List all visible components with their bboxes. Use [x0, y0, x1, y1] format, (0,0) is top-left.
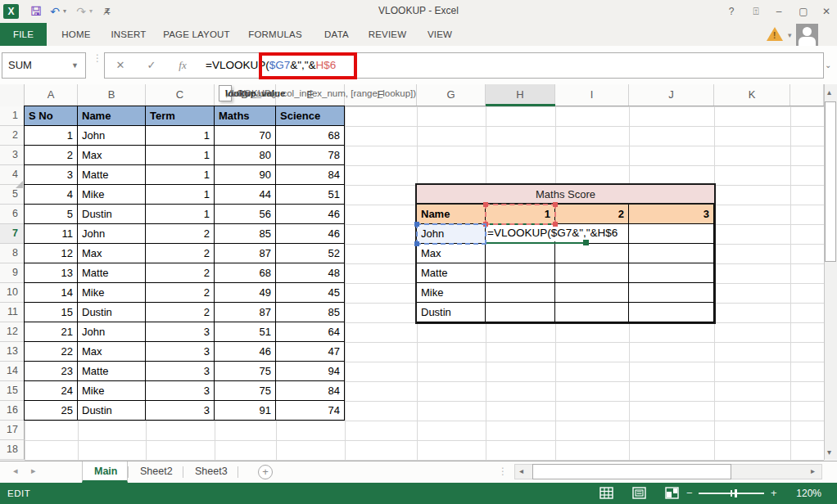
cell[interactable]: 1 [146, 185, 215, 205]
left-table-header[interactable]: S No [25, 106, 78, 126]
formula-bar-expand-icon[interactable]: ⌄ [825, 61, 831, 70]
row-header-2[interactable]: 2 [0, 126, 25, 146]
scroll-left-icon[interactable]: ◂ [519, 466, 523, 475]
avatar[interactable] [796, 24, 818, 46]
cell[interactable]: 1 [25, 126, 78, 146]
score-name-cell[interactable]: Matte [417, 263, 486, 283]
cell[interactable]: 47 [276, 342, 345, 362]
name-box[interactable]: SUM ▼ [2, 52, 86, 79]
undo-dropdown-icon[interactable]: ▾ [61, 2, 69, 20]
cell[interactable]: 87 [215, 244, 276, 263]
cell[interactable]: 1 [146, 205, 215, 224]
column-header-partial[interactable] [790, 84, 824, 106]
page-layout-view-icon[interactable] [632, 487, 646, 499]
score-table-header[interactable]: 2 [555, 205, 629, 224]
score-value-cell[interactable] [555, 244, 629, 263]
cell[interactable]: 23 [25, 362, 78, 381]
horizontal-scrollbar-thumb[interactable] [532, 464, 731, 479]
cell[interactable]: Max [78, 146, 146, 165]
warning-dropdown-icon[interactable]: ▾ [788, 31, 792, 39]
ribbon-tab-page-layout[interactable]: PAGE LAYOUT [161, 23, 232, 46]
cell[interactable]: 24 [25, 381, 78, 401]
maximize-icon[interactable]: ▢ [793, 3, 814, 20]
ribbon-tab-review[interactable]: REVIEW [365, 23, 409, 46]
zoom-out-icon[interactable]: − [686, 483, 693, 504]
cell[interactable]: 12 [25, 244, 78, 263]
cell[interactable]: 45 [276, 283, 345, 303]
cell[interactable]: 52 [276, 244, 345, 263]
cell[interactable]: 21 [25, 322, 78, 342]
cell[interactable]: 4 [25, 185, 78, 205]
cell[interactable]: 56 [215, 205, 276, 224]
ribbon-tab-insert[interactable]: INSERT [106, 23, 151, 46]
row-header-17[interactable]: 17 [0, 421, 25, 440]
cell[interactable]: 3 [146, 342, 215, 362]
score-table-header[interactable]: Name [417, 205, 486, 224]
cell[interactable]: 25 [25, 401, 78, 421]
row-header-13[interactable]: 13 [0, 342, 25, 362]
scroll-up-icon[interactable]: ▴ [827, 88, 831, 97]
score-value-cell[interactable] [486, 283, 555, 303]
editing-cell-formula[interactable]: =VLOOKUP($G7&","&H$6 [487, 225, 627, 241]
row-header-14[interactable]: 14 [0, 362, 25, 381]
sheet-tab-sheet2[interactable]: Sheet2 [129, 461, 183, 483]
zoom-in-icon[interactable]: + [771, 483, 777, 504]
cell[interactable]: 2 [146, 224, 215, 244]
cell[interactable]: 51 [276, 185, 345, 205]
cell[interactable]: John [78, 322, 146, 342]
cell[interactable]: 94 [276, 362, 345, 381]
score-table-title[interactable]: Maths Score [417, 185, 714, 205]
cell[interactable]: 91 [215, 401, 276, 421]
cell[interactable]: 3 [146, 362, 215, 381]
cell[interactable]: 46 [276, 224, 345, 244]
row-header-10[interactable]: 10 [0, 283, 25, 303]
sheet-tab-main[interactable]: Main [82, 461, 128, 483]
left-table-header[interactable]: Name [78, 106, 146, 126]
score-value-cell[interactable] [555, 283, 629, 303]
column-header-I[interactable]: I [555, 84, 629, 106]
score-value-cell[interactable] [629, 303, 714, 322]
cell[interactable]: 2 [146, 244, 215, 263]
cell[interactable]: 64 [276, 322, 345, 342]
cell[interactable]: 85 [276, 303, 345, 322]
cell[interactable]: 3 [146, 401, 215, 421]
score-table-header[interactable]: 3 [629, 205, 714, 224]
scroll-down-icon[interactable]: ▾ [827, 448, 831, 457]
cell[interactable]: Dustin [78, 205, 146, 224]
cell[interactable]: 90 [215, 165, 276, 185]
cell[interactable]: 75 [215, 381, 276, 401]
column-header-C[interactable]: C [146, 84, 215, 106]
column-header-A[interactable]: A [25, 84, 78, 106]
name-box-dropdown-icon[interactable]: ▼ [71, 53, 79, 78]
redo-dropdown-icon[interactable]: ▾ [87, 2, 95, 20]
cell[interactable]: 3 [146, 322, 215, 342]
cell[interactable]: Mike [78, 283, 146, 303]
column-header-G[interactable]: G [417, 84, 486, 106]
column-header-H[interactable]: H [486, 84, 555, 106]
help-icon[interactable]: ? [721, 3, 742, 20]
cell[interactable]: 46 [215, 342, 276, 362]
cell[interactable]: 22 [25, 342, 78, 362]
customize-quick-access-icon[interactable]: ₹̶̸ [98, 2, 116, 20]
cell[interactable]: 2 [146, 283, 215, 303]
score-value-cell[interactable] [629, 224, 714, 244]
sheet-nav-left-icon[interactable]: ◂ [13, 466, 18, 476]
score-value-cell[interactable] [555, 263, 629, 283]
cell[interactable]: 15 [25, 303, 78, 322]
cell[interactable]: Matte [78, 362, 146, 381]
ribbon-tab-view[interactable]: VIEW [422, 23, 458, 46]
sheet-tab-sheet3[interactable]: Sheet3 [183, 461, 238, 483]
sheet-nav-right-icon[interactable]: ▸ [31, 466, 36, 476]
score-value-cell[interactable] [629, 263, 714, 283]
cell[interactable]: Dustin [78, 401, 146, 421]
cell[interactable]: 78 [276, 146, 345, 165]
zoom-slider-thumb[interactable] [735, 489, 737, 497]
row-header-16[interactable]: 16 [0, 401, 25, 421]
cell[interactable]: 1 [146, 165, 215, 185]
cell[interactable]: Mike [78, 185, 146, 205]
cell[interactable]: Matte [78, 263, 146, 283]
cancel-button[interactable]: ✕ [106, 53, 134, 78]
normal-view-icon[interactable] [599, 487, 613, 499]
row-header-8[interactable]: 8 [0, 244, 25, 263]
cell[interactable]: 2 [146, 263, 215, 283]
